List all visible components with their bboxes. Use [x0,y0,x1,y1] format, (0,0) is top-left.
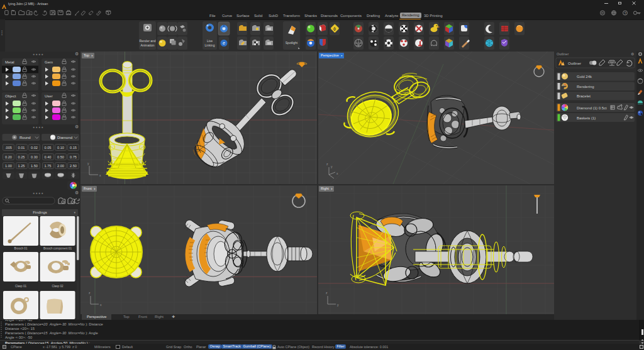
svg-text:User: User [45,94,53,98]
svg-text:◊: ◊ [333,26,336,32]
svg-text:Brooch component 01: Brooch component 01 [43,247,72,250]
svg-text:Rendering: Rendering [577,85,594,89]
svg-text:Render and: Render and [139,39,155,43]
svg-text:Round: Round [19,136,31,139]
svg-text:Linking: Linking [205,43,215,47]
svg-text:Diamond: Diamond [57,136,72,139]
svg-text:Gem: Gem [45,60,53,64]
svg-text:Diamond (1) 0.5ct: Diamond (1) 0.5ct [577,106,607,110]
svg-text:Live: Live [207,39,213,43]
svg-text:Gold 24k: Gold 24k [577,75,592,79]
svg-text:Animation: Animation [140,43,154,47]
svg-text:Bracelet: Bracelet [577,94,591,98]
svg-text:Brooch 01: Brooch 01 [14,247,28,250]
svg-text:Clasp 02: Clasp 02 [52,285,64,288]
svg-text:Metal: Metal [5,60,14,64]
svg-text:Spotlight: Spotlight [286,41,298,45]
svg-text:Outliner: Outliner [568,62,581,65]
svg-text:Object: Object [5,94,16,98]
svg-text:Clasp 01: Clasp 01 [15,285,27,288]
svg-text:e: e [223,41,225,45]
svg-text:Baskets (1): Baskets (1) [577,116,596,120]
